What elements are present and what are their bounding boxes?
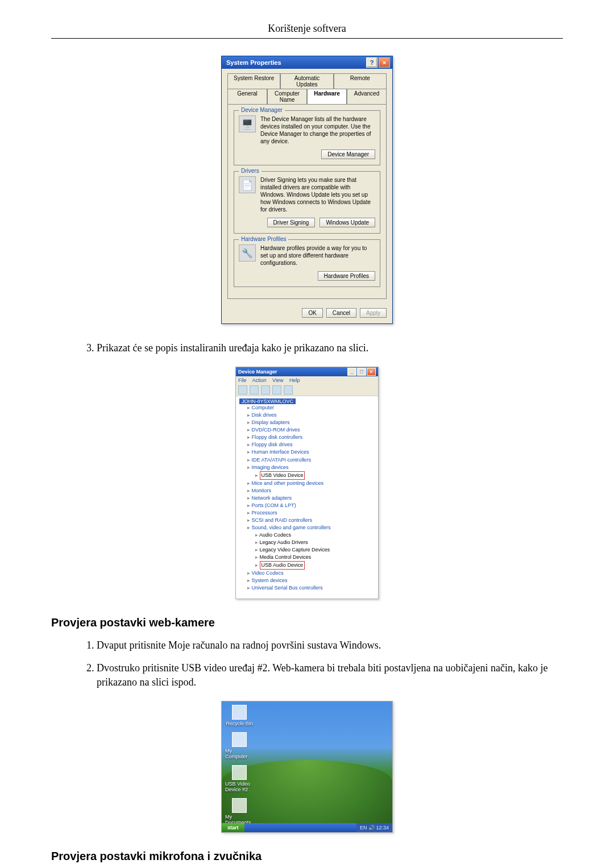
tree-item[interactable]: Computer <box>247 404 375 412</box>
drivers-text: Driver Signing lets you make sure that i… <box>260 176 375 213</box>
desktop-icon[interactable]: USB Video Device #2 <box>225 765 254 792</box>
menu-action[interactable]: Action <box>252 377 267 383</box>
tree-root[interactable]: JOHN-8YSXWMLOVC <box>239 398 296 404</box>
driver-signing-button[interactable]: Driver Signing <box>267 218 316 227</box>
tree-item[interactable]: Mice and other pointing devices <box>247 480 375 487</box>
device-manager-window: Device Manager _ □ × File Action View He… <box>235 367 379 599</box>
device-manager-text: The Device Manager lists all the hardwar… <box>260 115 375 145</box>
step-webcam-2: Dvostruko pritisnite USB video uređaj #2… <box>97 661 563 690</box>
tree-item[interactable]: Universal Serial Bus controllers <box>247 584 375 592</box>
start-button[interactable]: start <box>222 823 244 832</box>
desktop-icons: Recycle Bin My Computer USB Video Device… <box>225 705 254 825</box>
tree-item[interactable]: Processors <box>247 509 375 517</box>
dialog-title: System Properties <box>224 59 365 66</box>
help-button[interactable]: ? <box>366 57 377 68</box>
icon-label: Recycle Bin <box>226 721 253 726</box>
toolbar-icon[interactable] <box>238 385 247 394</box>
menu-help[interactable]: Help <box>289 377 300 383</box>
hardware-profiles-text: Hardware profiles provide a way for you … <box>260 244 375 267</box>
tree-item[interactable]: Video Codecs <box>247 570 375 577</box>
minimize-icon[interactable]: _ <box>347 368 356 376</box>
tab-general[interactable]: General <box>227 89 267 104</box>
icon-label: USB Video Device #2 <box>225 781 254 792</box>
step-3: Prikazat će se popis instaliranih uređaj… <box>97 341 563 355</box>
highlight-usb-audio: USB Audio Device <box>260 561 305 570</box>
tree-item[interactable]: Legacy Video Capture Devices <box>255 546 375 554</box>
windows-update-button[interactable]: Windows Update <box>320 218 375 227</box>
tree-item[interactable]: Network adapters <box>247 495 375 502</box>
desktop-icon[interactable]: Recycle Bin <box>225 705 254 726</box>
menu-view[interactable]: View <box>272 377 283 383</box>
devmgr-title: Device Manager <box>238 369 347 375</box>
tree-item[interactable]: Ports (COM & LPT) <box>247 502 375 509</box>
toolbar-icon[interactable] <box>250 385 259 394</box>
tree-item[interactable]: DVD/CD-ROM drives <box>247 426 375 434</box>
system-properties-dialog: System Properties ? × System Restore Aut… <box>221 56 393 324</box>
devmgr-titlebar[interactable]: Device Manager _ □ × <box>236 367 378 376</box>
dialog-titlebar[interactable]: System Properties ? × <box>222 56 392 69</box>
tree-item[interactable]: Floppy disk drives <box>247 441 375 448</box>
tree-item[interactable]: SCSI and RAID controllers <box>247 517 375 524</box>
cancel-button[interactable]: Cancel <box>326 308 356 318</box>
section-heading-webcam: Provjera postavki web-kamere <box>51 616 563 629</box>
taskbar: start EN 🔊 12:34 <box>222 823 392 832</box>
dialog-body: System Restore Automatic Updates Remote … <box>222 69 392 305</box>
tree-item[interactable]: Display adapters <box>247 419 375 426</box>
desktop-screenshot: Recycle Bin My Computer USB Video Device… <box>221 701 393 833</box>
devmgr-toolbar <box>236 384 378 396</box>
toolbar-icon[interactable] <box>272 385 281 394</box>
tree-item[interactable]: Floppy disk controllers <box>247 434 375 441</box>
tabs-row-1: System Restore Automatic Updates Remote <box>227 73 387 89</box>
tab-computer-name[interactable]: Computer Name <box>267 89 307 104</box>
tree-item-usb-audio[interactable]: USB Audio Device <box>255 561 375 570</box>
close-icon[interactable]: × <box>367 368 376 376</box>
group-drivers: Drivers 📄 Driver Signing lets you make s… <box>234 171 380 234</box>
tree-item[interactable]: Monitors <box>247 487 375 495</box>
desktop-icon[interactable]: My Computer <box>225 732 254 759</box>
tree-item[interactable]: Human Interface Devices <box>247 448 375 456</box>
tree-item[interactable]: Media Control Devices <box>255 554 375 561</box>
apply-button[interactable]: Apply <box>360 308 387 318</box>
maximize-icon[interactable]: □ <box>357 368 366 376</box>
tree-item[interactable]: Sound, video and game controllers <box>247 524 375 531</box>
group-legend: Hardware Profiles <box>239 236 288 242</box>
tree-item-usb-video[interactable]: USB Video Device <box>255 471 375 480</box>
page-header: Korištenje softvera <box>51 23 563 35</box>
tab-system-restore[interactable]: System Restore <box>227 73 280 89</box>
tree-item[interactable]: IDE ATA/ATAPI controllers <box>247 456 375 464</box>
devmgr-menubar: File Action View Help <box>236 376 378 384</box>
hardware-profiles-button[interactable]: Hardware Profiles <box>318 271 375 281</box>
system-tray[interactable]: EN 🔊 12:34 <box>356 823 392 832</box>
hardware-profiles-icon: 🔧 <box>239 244 256 261</box>
group-hardware-profiles: Hardware Profiles 🔧 Hardware profiles pr… <box>234 239 380 287</box>
tab-automatic-updates[interactable]: Automatic Updates <box>280 73 333 89</box>
step-list-1: Prikazat će se popis instaliranih uređaj… <box>74 341 563 355</box>
icon-label: My Computer <box>225 748 254 759</box>
tree-item[interactable]: Audio Codecs <box>255 531 375 539</box>
device-manager-button[interactable]: Device Manager <box>321 149 375 159</box>
step-list-webcam: Dvaput pritisnite Moje računalo na radno… <box>74 638 563 690</box>
tab-advanced[interactable]: Advanced <box>347 89 387 104</box>
my-computer-icon <box>232 732 247 747</box>
ok-button[interactable]: OK <box>302 308 322 318</box>
group-legend: Drivers <box>239 168 262 174</box>
menu-file[interactable]: File <box>238 377 247 383</box>
close-button[interactable]: × <box>379 57 390 68</box>
tree-item[interactable]: Disk drives <box>247 412 375 419</box>
document-page: Korištenje softvera System Properties ? … <box>0 0 614 868</box>
recycle-bin-icon <box>232 705 247 720</box>
tab-hardware[interactable]: Hardware <box>307 89 347 104</box>
tree-item[interactable]: Legacy Audio Drivers <box>255 539 375 546</box>
header-rule <box>51 38 563 39</box>
section-heading-audio: Provjera postavki mikrofona i zvučnika <box>51 850 563 863</box>
desktop-icon[interactable]: My Documents <box>225 798 254 825</box>
my-documents-icon <box>232 798 247 813</box>
dialog-footer: OK Cancel Apply <box>222 305 392 323</box>
toolbar-icon[interactable] <box>284 385 293 394</box>
toolbar-icon[interactable] <box>261 385 270 394</box>
tree-item[interactable]: System devices <box>247 577 375 584</box>
tab-remote[interactable]: Remote <box>334 73 387 89</box>
highlight-usb-video: USB Video Device <box>260 471 305 480</box>
step-webcam-1: Dvaput pritisnite Moje računalo na radno… <box>97 638 563 653</box>
tree-item[interactable]: Imaging devices <box>247 464 375 471</box>
